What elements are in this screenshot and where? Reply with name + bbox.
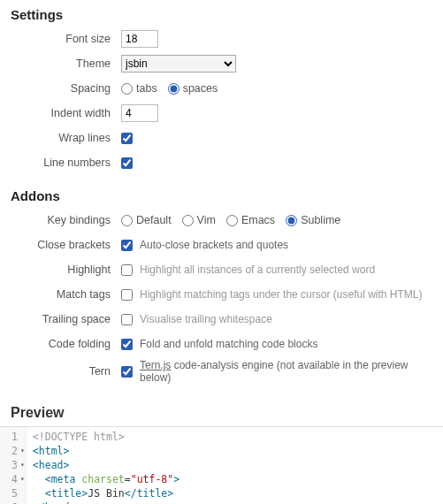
code-editor[interactable]: 12▾3▾4▾567▾8▾9▾1011121314 <!DOCTYPE html… xyxy=(0,426,443,504)
close-brackets-checkbox[interactable] xyxy=(121,240,133,251)
close-brackets-desc: Auto-close brackets and quotes xyxy=(136,239,288,251)
line-number: 5 xyxy=(5,486,26,500)
settings-heading: Settings xyxy=(11,7,432,22)
line-number: 6 xyxy=(5,500,26,504)
line-gutter: 12▾3▾4▾567▾8▾9▾1011121314 xyxy=(0,427,27,504)
folding-label: Code folding xyxy=(11,338,121,350)
keybinding-emacs-radio[interactable] xyxy=(226,215,238,226)
highlight-checkbox[interactable] xyxy=(121,264,133,276)
folding-desc: Fold and unfold matching code blocks xyxy=(136,338,317,350)
line-number: 2▾ xyxy=(5,444,26,458)
preview-heading: Preview xyxy=(0,400,443,426)
keybinding-default-label: Default xyxy=(136,214,172,226)
spacing-label: Spacing xyxy=(11,82,121,95)
code-content[interactable]: <!DOCTYPE html><html><head> <meta charse… xyxy=(27,427,443,504)
indent-label: Indent width xyxy=(11,107,121,119)
spacing-spaces-radio[interactable] xyxy=(168,83,179,95)
highlight-desc: Highlight all instances of a currently s… xyxy=(136,263,375,276)
trailing-checkbox[interactable] xyxy=(121,314,133,325)
line-number: 4▾ xyxy=(5,472,26,486)
tern-label: Tern xyxy=(11,365,121,378)
tern-checkbox[interactable] xyxy=(121,366,133,378)
addons-section: Addons Key bindings DefaultVimEmacsSubli… xyxy=(0,181,443,393)
linenum-label: Line numbers xyxy=(11,157,121,169)
keybinding-vim-radio[interactable] xyxy=(182,215,194,226)
line-number: 3▾ xyxy=(5,458,26,472)
linenum-checkbox[interactable] xyxy=(121,157,133,169)
spacing-spaces-label: spaces xyxy=(183,82,218,95)
spacing-tabs-label: tabs xyxy=(136,82,157,95)
fold-icon[interactable]: ▾ xyxy=(19,444,26,458)
keybinding-sublime-label: Sublime xyxy=(301,214,340,226)
indent-input[interactable] xyxy=(121,104,158,122)
folding-checkbox[interactable] xyxy=(121,339,133,350)
tern-link[interactable]: Tern.js xyxy=(140,359,171,371)
preview-section: Preview 12▾3▾4▾567▾8▾9▾1011121314 <!DOCT… xyxy=(0,400,443,504)
font-size-label: Font size xyxy=(11,33,121,45)
tern-desc: Tern.js code-analysis engine (not availa… xyxy=(136,359,432,384)
addons-heading: Addons xyxy=(11,188,432,203)
match-tags-desc: Highlight matching tags under the cursor… xyxy=(136,288,422,301)
fold-icon[interactable]: ▾ xyxy=(19,472,26,486)
keybinding-vim-label: Vim xyxy=(197,214,216,226)
close-brackets-label: Close brackets xyxy=(11,239,121,251)
theme-label: Theme xyxy=(11,57,121,70)
font-size-input[interactable] xyxy=(121,30,158,48)
trailing-label: Trailing space xyxy=(11,313,121,325)
spacing-tabs-radio[interactable] xyxy=(121,83,133,95)
keybinding-emacs-label: Emacs xyxy=(241,214,275,226)
match-tags-label: Match tags xyxy=(11,288,121,301)
keybinding-default-radio[interactable] xyxy=(121,215,133,226)
settings-section: Settings Font size Theme jsbin Spacing t… xyxy=(0,0,443,181)
theme-select[interactable]: jsbin xyxy=(121,55,236,73)
fold-icon[interactable]: ▾ xyxy=(19,458,26,472)
match-tags-checkbox[interactable] xyxy=(121,289,133,301)
keybinding-sublime-radio[interactable] xyxy=(286,215,297,226)
highlight-label: Highlight xyxy=(11,263,121,276)
keybindings-label: Key bindings xyxy=(11,214,121,226)
wrap-label: Wrap lines xyxy=(11,132,121,144)
line-number: 1 xyxy=(5,430,26,444)
trailing-desc: Visualise trailing whitespace xyxy=(136,313,272,325)
wrap-checkbox[interactable] xyxy=(121,133,133,144)
